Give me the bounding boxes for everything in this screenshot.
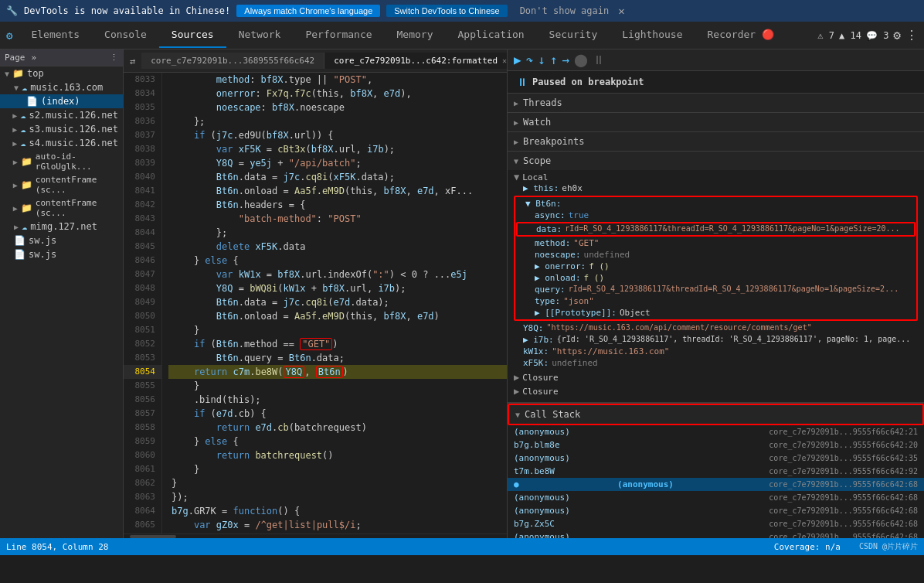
closure-3[interactable]: ▶ Closure: [508, 398, 924, 402]
scope-type: type: "json": [535, 295, 916, 307]
paused-label: Paused on breakpoint: [532, 77, 644, 87]
tab-application[interactable]: Application: [446, 22, 537, 48]
dismiss-btn[interactable]: Don't show again: [520, 5, 610, 16]
resume-icon[interactable]: ▶: [514, 53, 521, 67]
match-language-btn[interactable]: Always match Chrome's language: [236, 5, 380, 17]
notification-bar: 🔧 DevTools is now available in Chinese! …: [0, 0, 924, 22]
closure-1[interactable]: ▶ Closure: [508, 370, 924, 384]
code-line-8044: };: [168, 226, 507, 240]
tree-label-s3: s3.music.126.net: [29, 124, 118, 135]
editor-area: ⇄ core_c7e792091b...3689555f66c642 core_…: [124, 49, 507, 538]
editor-tab-switch-icon[interactable]: ⇄: [124, 53, 141, 70]
call-stack-item-2[interactable]: b7g.blm8e core_c7e792091b...9555f66c642:…: [508, 438, 924, 452]
call-stack-item-7[interactable]: (anonymous) core_c7e792091b...9555f66c64…: [508, 504, 924, 517]
scope-method: method: "GET": [535, 237, 916, 249]
line-col-status: Line 8054, Column 28: [6, 542, 108, 552]
pause-on-exception-icon[interactable]: ⏸: [593, 53, 605, 67]
scope-onload[interactable]: ▶ onload: f (): [535, 272, 916, 284]
scope-bt6n[interactable]: ▼ Bt6n:: [525, 198, 916, 210]
closure-2[interactable]: ▶ Closure: [508, 384, 924, 398]
tab-memory[interactable]: Memory: [385, 22, 446, 48]
watch-header[interactable]: ▶ Watch: [508, 113, 924, 131]
tree-item-auto[interactable]: ▶ 📁 auto-id-rGloUglk...: [0, 150, 123, 173]
scope-this[interactable]: ▶ this: eh0x: [523, 182, 918, 194]
step-out-icon[interactable]: ↑: [550, 53, 558, 67]
cloud-icon-mimg: ☁: [22, 221, 27, 232]
tab-elements[interactable]: Elements: [19, 22, 92, 48]
favicon-icon: ⚙: [0, 29, 19, 42]
tree-item-mimg[interactable]: ▶ ☁ mimg.127.net: [0, 220, 123, 234]
tree-label-cf2: contentFrame (sc...: [36, 198, 118, 218]
call-stack-item-3[interactable]: (anonymous) core_c7e792091b...9555f66c64…: [508, 452, 924, 465]
code-line-8059: } else {: [168, 435, 507, 448]
tree-item-top[interactable]: ▼ 📁 top: [0, 66, 123, 80]
code-line-8047: var kW1x = bf8X.url.indexOf(":") < 0 ? .…: [168, 268, 507, 281]
tree-more[interactable]: ⋮: [110, 53, 118, 63]
tab-sources[interactable]: Sources: [159, 22, 226, 48]
cloud-icon-music163: ☁: [22, 82, 27, 93]
more-options-icon[interactable]: ⋮: [905, 28, 918, 43]
settings-icon[interactable]: ⚙: [893, 28, 901, 43]
tree-label-music163: music.163.com: [30, 82, 103, 93]
call-stack-header[interactable]: ▼ Call Stack: [508, 404, 924, 425]
tab-performance[interactable]: Performance: [293, 22, 384, 48]
local-section: ▼ Local ▶ this: eh0x ▼ Bt6n: as: [508, 170, 924, 370]
close-notification-btn[interactable]: ✕: [618, 5, 624, 17]
scope-query: query: rId=R_SO_4_1293886117&threadId=R_…: [535, 284, 916, 295]
call-stack-item-5[interactable]: ● (anonymous) core_c7e792091b...9555f66c…: [508, 478, 924, 491]
horizontal-scrollbar[interactable]: [130, 535, 176, 538]
file-tree: Page » ⋮ ▼ 📁 top ▼ ☁ music.163.com 📄 (in…: [0, 49, 124, 538]
tab-lighthouse[interactable]: Lighthouse: [610, 22, 695, 48]
call-stack-item-9[interactable]: (anonymous) core_c7e792091b...9555f66c64…: [508, 530, 924, 538]
switch-devtools-btn[interactable]: Switch DevTools to Chinese: [386, 5, 507, 17]
code-line-8045: delete xF5K.data: [168, 240, 507, 254]
step-over-icon[interactable]: ↷: [526, 53, 534, 67]
scope-header[interactable]: ▼ Scope: [508, 152, 924, 170]
coverage-status: Coverage: n/a: [774, 542, 841, 552]
tab-security[interactable]: Security: [537, 22, 610, 48]
tab-recorder[interactable]: Recorder 🔴: [695, 22, 786, 48]
tab-network[interactable]: Network: [226, 22, 294, 48]
code-line-8042: Bt6n.headers = {: [168, 198, 507, 212]
step-icon[interactable]: →: [562, 53, 570, 67]
tree-item-sw2[interactable]: 📄 sw.js: [0, 247, 123, 261]
file-icon-sw1: 📄: [14, 235, 25, 246]
tree-item-cf1[interactable]: ▶ 📁 contentFrame (sc...: [0, 173, 123, 196]
tab-console[interactable]: Console: [92, 22, 159, 48]
tree-overflow[interactable]: »: [32, 53, 37, 63]
tree-label-top: top: [27, 68, 44, 79]
call-stack-item-6[interactable]: (anonymous) core_c7e792091b...9555f66c64…: [508, 491, 924, 504]
code-line-8054: return c7m.be8W(Y8Q, Bt6n): [168, 365, 507, 379]
tree-item-index[interactable]: 📄 (index): [0, 94, 123, 108]
deactivate-breakpoints-icon[interactable]: ⬤: [574, 53, 588, 67]
editor-tab-1[interactable]: core_c7e792091b...3689555f66c642: [141, 53, 324, 69]
tree-item-s3[interactable]: ▶ ☁ s3.music.126.net: [0, 122, 123, 136]
scope-onerror[interactable]: ▶ onerror: f (): [535, 261, 916, 272]
folder-icon: 📁: [12, 68, 24, 79]
breakpoints-header[interactable]: ▶ Breakpoints: [508, 132, 924, 151]
code-line-8058: return e7d.cb(batchrequest): [168, 421, 507, 435]
code-line-8048: Y8Q = bWQ8i(kW1x + bf8X.url, i7b);: [168, 281, 507, 295]
tree-item-sw1[interactable]: 📄 sw.js: [0, 234, 123, 247]
tree-item-music163[interactable]: ▼ ☁ music.163.com: [0, 80, 123, 94]
code-line-8033: method: bf8X.type || "POST",: [168, 73, 507, 87]
code-line-8050: Bt6n.onload = Aa5f.eM9D(this, bf8X, e7d): [168, 309, 507, 323]
debug-controls: ▶ ↷ ↓ ↑ → ⬤ ⏸: [508, 49, 924, 71]
scrollbar-area[interactable]: [124, 534, 507, 538]
tree-item-s4[interactable]: ▶ ☁ s4.music.126.net: [0, 136, 123, 150]
scope-prototype[interactable]: ▶ [[Prototype]]: Object: [535, 307, 916, 319]
tree-item-cf2[interactable]: ▶ 📁 contentFrame (sc...: [0, 196, 123, 220]
call-stack-item-4[interactable]: t7m.be8W core_c7e792091b...9555f66c642:9…: [508, 465, 924, 478]
editor-tab-2[interactable]: core_c7e792091b...c642:formatted ✕: [324, 53, 507, 69]
threads-header[interactable]: ▶ Threads: [508, 94, 924, 112]
step-into-icon[interactable]: ↓: [538, 53, 545, 67]
tree-item-s2[interactable]: ▶ ☁ s2.music.126.net: [0, 108, 123, 122]
local-header[interactable]: ▼ Local: [514, 172, 918, 182]
call-stack-item-1[interactable]: (anonymous) core_c7e792091b...9555f66c64…: [508, 425, 924, 438]
code-editor[interactable]: 8033 8034 8035 8036 8037 8038 8039 8040 …: [124, 73, 507, 534]
call-stack-item-8[interactable]: b7g.Zx5C core_c7e792091b...9555f66c642:6…: [508, 517, 924, 530]
code-line-8057: if (e7d.cb) {: [168, 407, 507, 421]
threads-arrow: ▶: [514, 99, 518, 107]
scope-i7b[interactable]: ▶ i7b: {rId: 'R_SO_4_1293886117', thread…: [523, 334, 918, 346]
notification-text: DevTools is now available in Chinese!: [24, 5, 230, 16]
